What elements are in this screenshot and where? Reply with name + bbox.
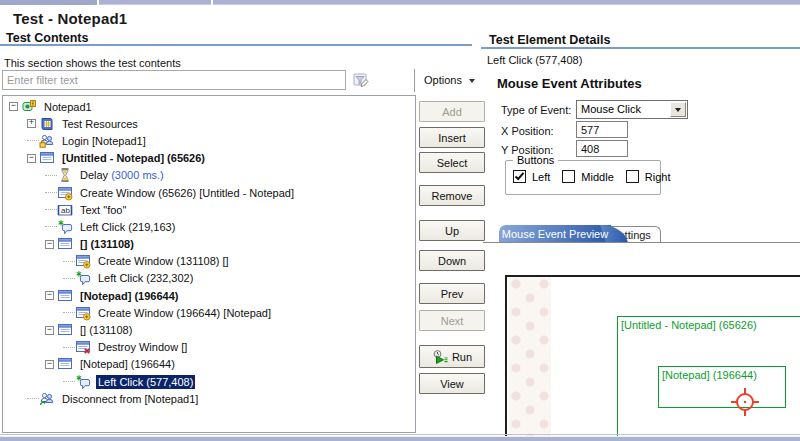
tree-item[interactable]: +Test Resources xyxy=(3,115,415,132)
tree-item[interactable]: −[Notepad] (196644) xyxy=(3,356,415,373)
tree-item[interactable]: Delay (3000 ms.) xyxy=(3,167,415,184)
next-button: Next xyxy=(419,310,485,331)
collapse-expander[interactable]: − xyxy=(45,360,54,369)
tree-item-label: [] (131108) xyxy=(78,237,136,251)
left-section-title: Test Contents xyxy=(6,31,88,45)
tree-item[interactable]: Left Click (219,163) xyxy=(3,218,415,235)
tree-connector xyxy=(45,209,57,210)
prev-button[interactable]: Prev xyxy=(419,283,485,304)
window-icon xyxy=(57,236,74,252)
tree-item-value: (3000 ms.) xyxy=(111,169,164,181)
remove-button[interactable]: Remove xyxy=(419,185,485,206)
left-section-rule xyxy=(0,44,472,46)
tab-label: Mouse Event Preview xyxy=(502,228,608,240)
button-label: Insert xyxy=(438,132,466,144)
tree-item[interactable]: abText "foo" xyxy=(3,201,415,218)
type-of-event-dropdown[interactable]: Mouse Click xyxy=(576,100,688,119)
tree-connector xyxy=(63,347,75,348)
button-label: Remove xyxy=(432,190,473,202)
expand-expander[interactable]: + xyxy=(27,119,36,128)
tree-item[interactable]: −[Notepad] (196644) xyxy=(3,287,415,304)
mouse-event-preview-canvas: [Untitled - Notepad] (65626) [Notepad] (… xyxy=(505,275,800,441)
tree-item[interactable]: −[] (131108) xyxy=(3,321,415,338)
tree-item-label: Left Click (577,408) xyxy=(96,375,195,389)
create-window-icon xyxy=(57,185,74,201)
down-button[interactable]: Down xyxy=(419,250,485,271)
filter-icon[interactable] xyxy=(352,71,370,89)
insert-button[interactable]: Insert xyxy=(419,127,485,148)
tree-item-label: Text "foo" xyxy=(78,203,128,217)
tree-connector xyxy=(45,175,57,176)
button-label: Up xyxy=(445,225,459,237)
run-icon xyxy=(432,349,448,365)
tree-item-label: [Untitled - Notepad] (65626) xyxy=(60,151,207,165)
tab-divider xyxy=(97,0,99,5)
tree-item[interactable]: Disconnect from [Notepad1] xyxy=(3,390,415,407)
collapse-expander[interactable]: − xyxy=(9,102,18,111)
right-checkbox[interactable] xyxy=(626,170,639,183)
window-icon xyxy=(39,150,56,166)
buttons-group-legend: Buttons xyxy=(513,154,558,166)
type-of-event-label: Type of Event: xyxy=(501,104,571,116)
destroy-window-icon xyxy=(75,339,92,355)
tree-connector xyxy=(45,226,57,227)
test-contents-tree[interactable]: −Notepad1+Test ResourcesLogin [Notepad1]… xyxy=(2,95,416,433)
divider xyxy=(0,434,800,435)
create-window-icon xyxy=(75,305,92,321)
tree-item-label: Login [Notepad1] xyxy=(60,134,148,148)
tree-item[interactable]: Create Window (131108) [] xyxy=(3,253,415,270)
left-click-icon xyxy=(57,219,74,235)
view-button[interactable]: View xyxy=(419,373,485,394)
dropdown-button[interactable] xyxy=(670,102,686,117)
editor-tab-strip[interactable] xyxy=(0,0,800,5)
collapse-expander[interactable]: − xyxy=(45,240,54,249)
collapse-expander[interactable]: − xyxy=(27,154,36,163)
tree-item-label: [] (131108) xyxy=(78,323,134,337)
tree-item[interactable]: Left Click (232,302) xyxy=(3,270,415,287)
select-button[interactable]: Select xyxy=(419,152,485,173)
window-icon xyxy=(57,322,74,338)
separator xyxy=(414,69,415,92)
up-button[interactable]: Up xyxy=(419,220,485,241)
bottom-strip xyxy=(0,436,800,441)
desktop-pattern xyxy=(509,277,551,441)
left-click-icon xyxy=(75,374,92,390)
button-label: Select xyxy=(437,157,468,169)
window-icon xyxy=(57,356,74,372)
tree-item[interactable]: Create Window (65626) [Untitled - Notepa… xyxy=(3,184,415,201)
checkbox-label: Left xyxy=(532,171,550,183)
y-position-field[interactable] xyxy=(576,140,628,157)
test-resources-icon xyxy=(39,116,56,132)
agent-icon xyxy=(21,99,38,115)
buttons-groupbox: Buttons LeftMiddleRight xyxy=(505,160,661,195)
tree-item[interactable]: Login [Notepad1] xyxy=(3,132,415,149)
tree-connector xyxy=(63,381,75,382)
filter-input[interactable] xyxy=(2,70,346,90)
tree-item[interactable]: Destroy Window [] xyxy=(3,339,415,356)
svg-text:ab: ab xyxy=(61,206,70,215)
create-window-icon xyxy=(75,253,92,269)
tree-item-label: Test Resources xyxy=(60,117,140,131)
collapse-expander[interactable]: − xyxy=(45,326,54,335)
tree-item-label: Delay (3000 ms.) xyxy=(78,168,166,182)
tree-connector xyxy=(27,140,39,141)
tree-item-label: Create Window (65626) [Untitled - Notepa… xyxy=(78,186,296,200)
tree-item[interactable]: −Notepad1 xyxy=(3,98,415,115)
tree-item[interactable]: −[Untitled - Notepad] (65626) xyxy=(3,150,415,167)
checkbox-label: Middle xyxy=(581,171,613,183)
editor-tab-segment[interactable] xyxy=(0,0,97,5)
tab-mouse-event-preview[interactable]: Mouse Event Preview xyxy=(499,225,611,242)
tree-item[interactable]: Left Click (577,408) xyxy=(3,373,415,390)
tree-item[interactable]: Create Window (196644) [Notepad] xyxy=(3,304,415,321)
run-button[interactable]: Run xyxy=(419,345,485,368)
options-menu-button[interactable]: Options xyxy=(424,74,475,86)
tree-item-label: [Notepad] (196644) xyxy=(78,289,180,303)
left-checkbox[interactable] xyxy=(513,170,526,183)
app-window: Test - Notepad1 Test Contents Test Eleme… xyxy=(0,0,800,441)
dropdown-value: Mouse Click xyxy=(581,103,641,115)
inner-window-label: [Notepad] (196644) xyxy=(662,369,757,381)
tree-item[interactable]: −[] (131108) xyxy=(3,236,415,253)
collapse-expander[interactable]: − xyxy=(45,291,54,300)
x-position-field[interactable] xyxy=(576,121,628,138)
middle-checkbox[interactable] xyxy=(562,170,575,183)
